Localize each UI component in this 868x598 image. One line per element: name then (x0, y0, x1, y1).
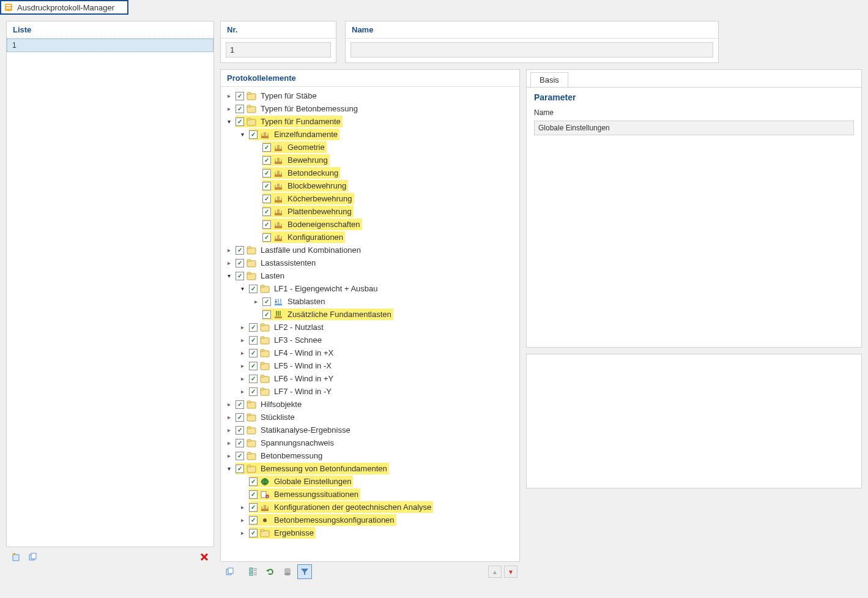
tree-node[interactable]: ▸Stückliste (221, 411, 519, 424)
tree-checkbox[interactable] (249, 336, 258, 345)
move-up-button[interactable]: ▲ (488, 566, 502, 578)
tree-node[interactable]: ▸Bewehrung (221, 154, 519, 166)
tree-checkbox[interactable] (262, 195, 271, 203)
tree-checkbox[interactable] (262, 182, 271, 190)
tree-checkbox[interactable] (249, 285, 258, 293)
tree-expand-icon[interactable]: ▸ (224, 411, 233, 423)
tree-node[interactable]: ▸Köcherbewehrung (221, 192, 519, 205)
liste-row[interactable]: 1 (7, 39, 213, 52)
tree-node[interactable]: ▸Ergebnisse (221, 526, 519, 539)
database-button[interactable] (280, 564, 295, 579)
tree-node[interactable]: ▸Betonbemessungskonfigurationen (221, 514, 519, 526)
tree-node[interactable]: ▸LF4 - Wind in +X (221, 346, 519, 359)
tree-node[interactable]: ▸Bemessungssituationen (221, 488, 519, 501)
tree-checkbox[interactable] (249, 387, 258, 396)
tree-checkbox[interactable] (262, 207, 271, 216)
tree-expand-icon[interactable]: ▸ (224, 398, 233, 410)
tree-checkbox[interactable] (262, 233, 271, 242)
tree-checkbox[interactable] (236, 465, 244, 473)
tree-expand-icon[interactable]: ▾ (224, 116, 233, 127)
copy-button[interactable] (26, 550, 40, 564)
tree-checkbox[interactable] (262, 143, 271, 152)
name-input[interactable] (351, 42, 713, 58)
tree-node[interactable]: ▸Statikanalyse-Ergebnisse (221, 424, 519, 436)
tree-node[interactable]: ▸Typen für Stäbe (221, 89, 519, 102)
tree-expand-icon[interactable]: ▸ (238, 347, 247, 359)
tree-checkbox[interactable] (249, 529, 258, 537)
tree-node[interactable]: ▸Betondeckung (221, 166, 519, 179)
tree-checkbox[interactable] (236, 439, 244, 447)
tree-expand-icon[interactable]: ▸ (224, 450, 233, 462)
tree-expand-icon[interactable]: ▸ (238, 501, 247, 513)
tree-node[interactable]: ▸LF6 - Wind in +Y (221, 372, 519, 385)
tree-node[interactable]: ▸LF5 - Wind in -X (221, 359, 519, 372)
tree-checkbox[interactable] (249, 503, 258, 512)
tree-checkbox[interactable] (262, 297, 271, 306)
tree-checkbox[interactable] (249, 516, 258, 525)
tree-node[interactable]: ▸LF7 - Wind in -Y (221, 385, 519, 398)
tree-checkbox[interactable] (249, 375, 258, 383)
tree-expand-icon[interactable]: ▾ (224, 463, 233, 474)
tree-node[interactable]: ▸Lastassistenten (221, 256, 519, 269)
tree-checkbox[interactable] (236, 400, 244, 409)
tree-checkbox[interactable] (262, 156, 271, 165)
tree-expand-icon[interactable]: ▾ (224, 270, 233, 282)
tree-expand-icon[interactable]: ▸ (238, 386, 247, 397)
tree-node[interactable]: ▸Geometrie (221, 141, 519, 154)
tab-basis[interactable]: Basis (530, 72, 568, 87)
tree-checkbox[interactable] (236, 105, 244, 113)
tree-node[interactable]: ▸Typen für Betonbemessung (221, 102, 519, 115)
checkall-button[interactable] (246, 564, 261, 579)
tree-checkbox[interactable] (262, 310, 271, 319)
tree-checkbox[interactable] (249, 323, 258, 332)
tree-node[interactable]: ▾Bemessung von Betonfundamenten (221, 462, 519, 475)
move-down-button[interactable]: ▼ (504, 566, 517, 578)
tree-checkbox[interactable] (249, 490, 258, 499)
tree-checkbox[interactable] (236, 246, 244, 255)
tree-checkbox[interactable] (236, 92, 244, 100)
tree-expand-icon[interactable]: ▸ (238, 514, 247, 526)
tree-node[interactable]: ▾Einzelfundamente (221, 128, 519, 141)
tree-checkbox[interactable] (236, 272, 244, 280)
tree-expand-icon[interactable]: ▸ (224, 244, 233, 256)
tree-expand-icon[interactable]: ▸ (238, 373, 247, 384)
tree-expand-icon[interactable]: ▸ (224, 437, 233, 449)
tree-expand-icon[interactable]: ▸ (238, 321, 247, 333)
tree-node[interactable]: ▸Konfigurationen (221, 231, 519, 244)
tree-checkbox[interactable] (249, 349, 258, 357)
tree-checkbox[interactable] (236, 259, 244, 267)
tree-expand-icon[interactable]: ▸ (224, 103, 233, 114)
tree-node[interactable]: ▸LF2 - Nutzlast (221, 321, 519, 334)
filter-button[interactable] (297, 564, 312, 579)
refresh-button[interactable] (263, 564, 278, 579)
tree-expand-icon[interactable]: ▸ (238, 360, 247, 372)
tree-node[interactable]: ▸Hilfsobjekte (221, 398, 519, 411)
tree-node[interactable]: ▸Lastfälle und Kombinationen (221, 244, 519, 256)
delete-button[interactable] (197, 550, 212, 564)
tree-node[interactable]: ▸Stablasten (221, 295, 519, 308)
tree-checkbox[interactable] (249, 130, 258, 139)
tree-checkbox[interactable] (262, 220, 271, 229)
tree-node[interactable]: ▾Lasten (221, 269, 519, 282)
tree-checkbox[interactable] (236, 413, 244, 422)
tree-node[interactable]: ▸Konfigurationen der geotechnischen Anal… (221, 501, 519, 514)
tree-expand-icon[interactable]: ▾ (238, 283, 247, 294)
tree-expand-icon[interactable]: ▸ (251, 296, 260, 307)
tree-node[interactable]: ▸Bodeneigenschaften (221, 218, 519, 231)
param-name-value[interactable]: Globale Einstellungen (534, 121, 854, 135)
tree-node[interactable]: ▸Betonbemessung (221, 449, 519, 462)
tree-node[interactable]: ▸Plattenbewehrung (221, 205, 519, 218)
tree-expand-icon[interactable]: ▸ (224, 424, 233, 436)
tree-checkbox[interactable] (236, 118, 244, 126)
tree-checkbox[interactable] (262, 169, 271, 178)
tree-expand-icon[interactable]: ▸ (224, 90, 233, 102)
tree-checkbox[interactable] (236, 426, 244, 435)
tree-checkbox[interactable] (249, 362, 258, 370)
tree-checkbox[interactable] (249, 477, 258, 486)
tree-node[interactable]: ▸Spannungsnachweis (221, 436, 519, 449)
tree-node[interactable]: ▸LF3 - Schnee (221, 334, 519, 346)
tree-expand-icon[interactable]: ▸ (224, 257, 233, 269)
new-button[interactable] (9, 550, 23, 564)
tree-node[interactable]: ▾LF1 - Eigengewicht + Ausbau (221, 282, 519, 295)
protokoll-tree[interactable]: ▸Typen für Stäbe▸Typen für Betonbemessun… (221, 87, 519, 561)
